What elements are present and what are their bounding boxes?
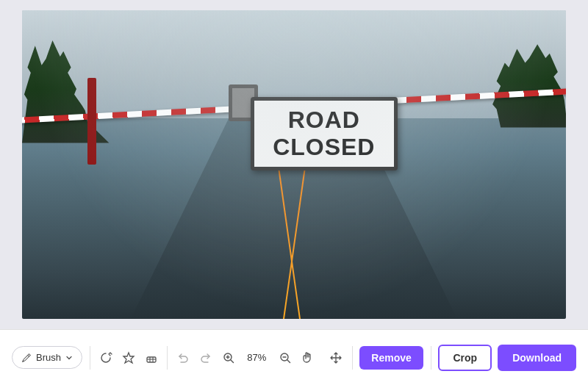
road-image: ROAD CLOSED	[22, 10, 566, 319]
crop-button[interactable]: Crop	[438, 345, 492, 371]
sign-text-line1: ROAD	[288, 107, 360, 134]
eraser-icon	[145, 351, 158, 364]
divider-2	[167, 346, 168, 370]
chevron-down-icon	[65, 354, 73, 361]
polygon-icon	[122, 351, 135, 364]
divider-1	[90, 346, 90, 370]
zoom-out-button[interactable]	[276, 346, 293, 370]
divider-4	[431, 346, 431, 370]
remove-label: Remove	[371, 352, 411, 364]
undo-button[interactable]	[175, 346, 192, 370]
brush-icon	[21, 353, 32, 363]
remove-button[interactable]: Remove	[359, 346, 423, 370]
brush-label: Brush	[36, 352, 61, 363]
zoom-in-button[interactable]	[220, 346, 237, 370]
zoom-out-icon	[279, 351, 292, 364]
zoom-percentage: 87%	[243, 352, 270, 363]
redo-button[interactable]	[198, 346, 215, 370]
svg-point-0	[23, 360, 24, 361]
barrier-post	[87, 78, 96, 165]
redo-icon	[199, 351, 212, 364]
undo-icon	[176, 351, 190, 364]
sign-text-line2: CLOSED	[273, 134, 375, 161]
divider-3	[352, 346, 353, 370]
canvas-area: ROAD CLOSED	[0, 0, 588, 329]
zoom-in-icon	[222, 351, 235, 364]
download-label: Download	[512, 352, 562, 364]
hand-button[interactable]	[299, 346, 316, 370]
toolbar: Brush	[0, 329, 588, 385]
lasso-icon	[99, 351, 112, 364]
main-image: ROAD CLOSED	[22, 10, 566, 319]
move-button[interactable]	[328, 346, 345, 370]
lasso-button[interactable]	[98, 346, 115, 370]
hand-icon	[301, 351, 314, 364]
svg-marker-1	[123, 353, 134, 363]
polygon-button[interactable]	[120, 346, 137, 370]
road-closed-sign: ROAD CLOSED	[251, 97, 398, 170]
move-icon	[329, 351, 343, 364]
eraser-button[interactable]	[143, 346, 159, 370]
crop-label: Crop	[453, 352, 477, 364]
download-button[interactable]: Download	[498, 345, 576, 371]
brush-button[interactable]: Brush	[12, 346, 82, 369]
